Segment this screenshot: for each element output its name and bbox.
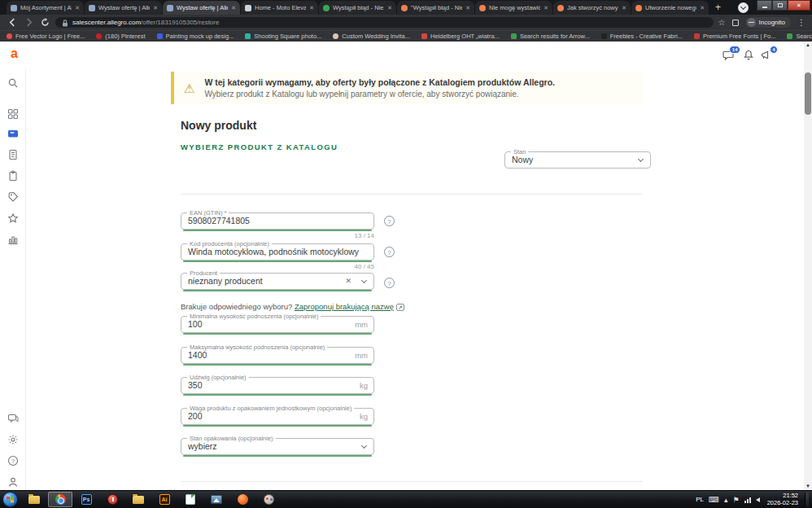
bookmark-item[interactable]: Search results for Plane... [787,33,812,40]
chat-icon[interactable] [7,413,19,424]
maximize-button[interactable] [772,0,788,11]
taskbar-explorer-icon[interactable] [22,492,46,507]
clear-icon[interactable]: ✕ [345,274,351,289]
lock-icon [62,15,68,30]
kod-producenta-field[interactable]: Kod producenta (opcjonalnie) Winda motoc… [181,243,374,261]
taskbar-illustrator-icon[interactable]: Ai [152,492,177,507]
address-bar[interactable]: salescenter.allegro.com/offer/1831910530… [55,17,714,28]
clipboard-icon[interactable] [7,170,19,182]
tab-favicon [401,5,408,11]
bookmark-item[interactable]: Heidelberg OHT „wiatra... [421,33,500,40]
statistics-chart-icon[interactable] [7,234,19,245]
browser-tab-1[interactable]: Mój Asortyment | Allegro S✕ [7,1,84,15]
taskbar-avast-icon[interactable] [230,492,255,507]
unit-suffix: kg [360,378,368,393]
bookmark-item[interactable]: (180) Pinterest [96,33,145,40]
search-icon[interactable] [7,77,19,89]
main-content: ⚠ W tej kategorii wymagamy, aby oferty b… [26,68,804,490]
taskbar-libreoffice-icon[interactable] [178,492,203,507]
start-button[interactable] [2,492,18,507]
orders-document-icon[interactable] [7,149,19,160]
stan-select[interactable]: Stan Nowy [504,151,651,169]
minimize-button[interactable] [757,0,772,11]
tab-close-icon[interactable]: ✕ [387,5,392,11]
tab-close-icon[interactable]: ✕ [622,5,626,11]
weight-field[interactable]: Waga produktu z opakowaniem jednostkowym… [181,408,374,425]
tab-close-icon[interactable]: ✕ [700,5,705,11]
kod-help-icon[interactable]: ? [384,247,395,257]
messages-icon[interactable]: 14 [723,49,736,62]
bookmark-star-icon[interactable]: ☆ [718,18,726,27]
packaging-state-select[interactable]: Stan opakowania (opcjonalnie) wybierz [181,438,374,455]
scroll-up-icon[interactable]: ▲ [804,42,812,49]
back-icon[interactable] [7,17,18,28]
ean-field[interactable]: EAN (GTIN) * 5908027741805 [181,212,374,230]
network-icon[interactable] [744,497,751,503]
browser-tab-9[interactable]: Utworzenie nowego produ✕ [631,1,709,15]
taskbar-paint-icon[interactable] [256,492,281,507]
bookmark-item[interactable]: Search results for Arrow... [511,33,590,40]
bookmark-item[interactable]: Premium Free Fonts | Fo... [694,33,775,40]
divider [181,481,643,482]
help-icon[interactable]: ? [7,455,19,466]
browser-tab-3-active[interactable]: Wystaw ofertę | Allegro Sal✕ [163,1,240,15]
tab-close-icon[interactable]: ✕ [75,5,80,11]
promotions-megaphone-icon[interactable]: 4 [760,49,773,62]
settings-gear-icon[interactable] [7,434,19,445]
producent-select[interactable]: Producent nieznany producent ✕ [181,273,374,290]
browser-tab-4[interactable]: Home - Moto Elevar✕ [241,1,318,15]
producent-help-icon[interactable]: ? [384,278,395,288]
show-desktop-button[interactable] [805,493,809,506]
new-tab-button[interactable]: + [709,1,727,15]
keyboard-icon[interactable]: ⌨ [709,496,719,504]
min-height-field[interactable]: Minimalna wysokość podnoszenia (opcjonal… [181,316,374,333]
bookmark-item[interactable]: Freebies - Creative Fabri... [601,33,683,40]
scrollbar-thumb[interactable] [805,72,811,115]
taskbar-chrome-icon[interactable] [48,492,72,507]
reload-icon[interactable] [39,17,50,28]
bookmark-item[interactable]: Painting mock up desig... [157,33,234,40]
forward-icon[interactable] [23,17,34,28]
browser-menu-icon[interactable]: ⋮ [797,18,805,27]
tab-close-icon[interactable]: ✕ [465,5,470,11]
offers-icon-active[interactable] [7,128,19,139]
price-tag-icon[interactable] [7,191,19,203]
scroll-down-icon[interactable]: ▼ [804,483,812,490]
volume-icon[interactable] [756,497,760,502]
tab-title: Wystaw ofertę | Allegro Sal [177,4,228,11]
tab-close-icon[interactable]: ✕ [309,5,314,11]
keyboard-language-indicator[interactable]: PL [696,496,704,503]
taskbar-folder-icon[interactable] [126,492,151,507]
ean-help-icon[interactable]: ? [384,216,395,226]
tray-clock[interactable]: 21:522026-02-23 [767,493,800,506]
close-button[interactable]: ✕ [788,0,810,11]
taskbar-power-app-icon[interactable] [100,492,124,507]
browser-tab-7[interactable]: Nie mogę wystawić noweg✕ [475,1,552,15]
allegro-logo[interactable]: a [11,46,18,61]
notifications-bell-icon[interactable] [742,49,755,62]
browser-window: Mój Asortyment | Allegro S✕ Wystaw ofert… [0,0,812,508]
capacity-field[interactable]: Udźwig (opcjonalnie) 350 kg [181,377,374,394]
page-scrollbar[interactable]: ▲ ▼ [804,42,812,490]
taskbar-photo-viewer-icon[interactable] [204,492,229,507]
tab-close-icon[interactable]: ✕ [231,5,236,11]
action-center-flag-icon[interactable]: ⚑ [733,496,740,504]
tab-search-icon[interactable] [738,2,749,13]
max-height-field[interactable]: Maksymalna wysokość podnoszenia (opcjona… [181,347,374,364]
tab-close-icon[interactable]: ✕ [153,5,158,11]
browser-tab-8[interactable]: Jak stworzyć nowy produkt✕ [553,1,631,15]
bookmark-item[interactable]: Shooting Square photo... [245,33,321,40]
tab-close-icon[interactable]: ✕ [544,5,548,11]
account-person-icon[interactable] [7,476,19,488]
favorites-star-icon[interactable] [7,212,19,224]
browser-tab-5[interactable]: Wystąpił błąd - Nie możes✕ [319,1,396,15]
propose-name-link[interactable]: Zaproponuj brakującą nazwę [295,302,394,311]
dashboard-grid-icon[interactable] [7,108,19,120]
bookmark-item[interactable]: Free Vector Logo | Free... [7,33,85,40]
extension-icon[interactable] [732,20,739,26]
hidden-icons-arrow[interactable]: ▴ [724,496,728,504]
bookmark-item[interactable]: Custom Wedding Invita... [333,33,410,40]
browser-tab-2[interactable]: Wystaw ofertę | Allegro Sal✕ [85,1,162,15]
taskbar-photoshop-icon[interactable]: Ps [74,492,98,507]
browser-tab-6[interactable]: "Wystąpił błąd - Nie może✕ [397,1,474,15]
